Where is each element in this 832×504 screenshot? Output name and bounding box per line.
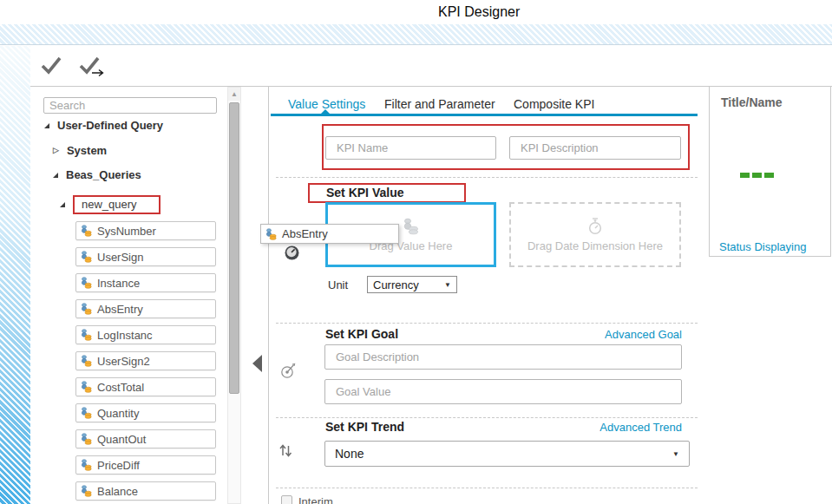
unit-selected-value: Currency xyxy=(373,278,419,291)
preview-placeholder-dashes xyxy=(740,173,774,178)
advanced-goal-link[interactable]: Advanced Goal xyxy=(605,328,682,341)
chevron-down-icon: ▼ xyxy=(672,450,679,458)
target-icon xyxy=(279,362,297,379)
tree-node-label: System xyxy=(67,144,107,157)
kpi-settings-panel: Value Settings Filter and Parameter Comp… xyxy=(270,87,711,504)
green-dash xyxy=(740,173,750,178)
field-item[interactable]: Quantity xyxy=(75,403,216,422)
status-displaying-link[interactable]: Status Displaying xyxy=(719,240,806,253)
kpi-preview-panel: Title/Name Status Displaying xyxy=(709,86,831,257)
drag-date-dropzone[interactable]: Drag Date Dimension Here xyxy=(509,202,681,267)
measure-icon xyxy=(80,329,93,341)
field-item[interactable]: QuantOut xyxy=(75,429,216,448)
section-divider xyxy=(276,417,698,418)
confirm-and-continue-button[interactable] xyxy=(77,54,107,78)
advanced-trend-link[interactable]: Advanced Trend xyxy=(599,421,682,434)
title-bar: KPI Designer xyxy=(0,0,832,24)
tree-node-system[interactable]: ▷ System xyxy=(53,144,107,157)
expanded-triangle-icon[interactable] xyxy=(60,202,65,207)
tree-node-new-query[interactable]: new_query xyxy=(60,195,161,214)
field-item[interactable]: UserSign2 xyxy=(75,351,216,370)
section-divider xyxy=(276,488,698,488)
toolbar xyxy=(30,46,832,87)
query-tree-panel: User-Defined Query ▷ System Beas_Queries… xyxy=(30,87,269,504)
measure-icon xyxy=(265,228,278,240)
trend-selected-value: None xyxy=(335,447,364,461)
query-field-list: SysNumber UserSign xyxy=(75,221,218,504)
field-label: CostTotal xyxy=(97,381,144,394)
measure-icon xyxy=(80,355,93,367)
search-input[interactable] xyxy=(43,97,217,114)
measure-icon xyxy=(80,303,93,315)
sidebar-scrollbar[interactable]: ▲ xyxy=(227,87,241,504)
field-label: Balance xyxy=(97,485,138,498)
tree-node-label: Beas_Queries xyxy=(66,168,141,181)
panel-collapse-arrow-icon[interactable] xyxy=(252,355,262,372)
measure-icon xyxy=(80,251,93,263)
field-label: Instance xyxy=(97,277,140,290)
field-item[interactable]: Instance xyxy=(75,273,216,292)
expanded-triangle-icon[interactable] xyxy=(44,123,49,128)
active-tab-notch xyxy=(321,109,330,114)
scroll-up-arrow-icon[interactable]: ▲ xyxy=(228,88,240,101)
confirm-button[interactable] xyxy=(39,54,69,78)
measure-icon xyxy=(80,277,93,289)
field-label: QuantOut xyxy=(97,433,146,446)
trend-select[interactable]: None ▼ xyxy=(324,441,690,467)
measure-icon xyxy=(80,459,93,471)
tree-node-user-defined-query[interactable]: User-Defined Query xyxy=(44,119,163,132)
gauge-icon xyxy=(285,245,299,260)
page-title: KPI Designer xyxy=(438,4,520,20)
dragged-field-label: AbsEntry xyxy=(282,227,328,240)
unit-select[interactable]: Currency ▼ xyxy=(367,276,457,293)
green-dash xyxy=(752,173,762,178)
expanded-triangle-icon[interactable] xyxy=(53,173,58,178)
chevron-down-icon: ▼ xyxy=(444,281,451,289)
goal-description-input[interactable] xyxy=(324,344,682,370)
measure-icon xyxy=(80,225,93,237)
set-kpi-trend-heading: Set KPI Trend xyxy=(325,420,404,434)
decorative-left-rail xyxy=(0,46,30,504)
set-kpi-goal-heading: Set KPI Goal xyxy=(325,327,398,341)
field-item[interactable]: LogInstanc xyxy=(75,325,216,344)
section-divider xyxy=(276,177,698,178)
field-item[interactable]: AbsEntry xyxy=(75,299,216,318)
tab-composite-kpi[interactable]: Composite KPI xyxy=(514,97,594,111)
field-item[interactable]: UserSign xyxy=(75,247,216,266)
field-item[interactable]: PriceDiff xyxy=(75,455,216,475)
field-item[interactable]: SysNumber xyxy=(75,221,216,240)
measure-icon-gray xyxy=(402,218,420,235)
green-dash xyxy=(764,173,774,178)
field-label: LogInstanc xyxy=(97,329,153,342)
set-kpi-value-highlight-box: Set KPI Value xyxy=(308,183,466,203)
active-tab-underline xyxy=(271,114,698,116)
field-item[interactable]: CostTotal xyxy=(75,377,216,396)
trend-arrows-icon xyxy=(278,440,294,458)
measure-icon xyxy=(80,381,93,393)
field-label: UserSign2 xyxy=(97,355,150,368)
tab-filter-and-parameter[interactable]: Filter and Parameter xyxy=(384,97,495,111)
collapsed-triangle-icon[interactable]: ▷ xyxy=(53,147,59,154)
interim-label: Interim xyxy=(298,495,333,504)
kpi-name-input[interactable] xyxy=(325,136,496,160)
scrollbar-thumb[interactable] xyxy=(229,102,239,394)
field-label: PriceDiff xyxy=(97,459,140,472)
tree-node-beas-queries[interactable]: Beas_Queries xyxy=(53,168,141,181)
unit-label: Unit xyxy=(328,278,348,291)
field-label: UserSign xyxy=(97,251,143,264)
new-query-highlight-box[interactable]: new_query xyxy=(73,195,161,214)
goal-value-input[interactable] xyxy=(324,379,682,404)
set-kpi-value-heading: Set KPI Value xyxy=(310,185,464,201)
interim-checkbox[interactable] xyxy=(281,495,292,504)
measure-icon xyxy=(80,407,93,419)
tree-node-label: User-Defined Query xyxy=(57,119,163,132)
stopwatch-icon xyxy=(586,217,604,235)
kpi-description-input[interactable] xyxy=(509,136,681,160)
field-item[interactable]: Balance xyxy=(75,481,216,501)
drag-date-placeholder: Drag Date Dimension Here xyxy=(527,239,663,252)
decorative-stripe-band xyxy=(0,24,832,45)
field-label: Quantity xyxy=(97,407,139,420)
dragged-field-absentry[interactable]: AbsEntry xyxy=(260,224,399,244)
section-divider xyxy=(276,323,698,324)
checkmark-arrow-icon xyxy=(77,54,107,77)
